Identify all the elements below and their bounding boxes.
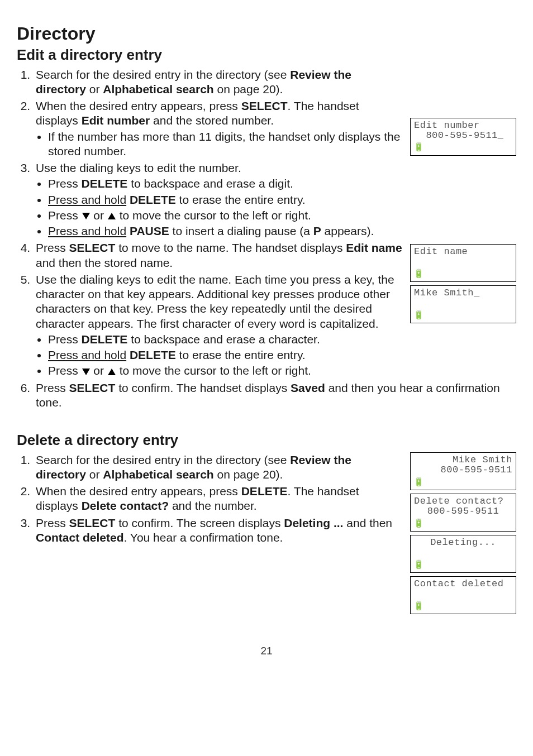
- battery-icon: 🔋: [413, 561, 425, 571]
- lcd-line-1: Mike Smith: [414, 455, 512, 465]
- page-number: 21: [17, 644, 516, 658]
- page-title: Directory: [17, 22, 516, 45]
- lcd-line-1: Edit number: [414, 121, 512, 131]
- step-3-sub-1: Press DELETE to backspace and erase a di…: [48, 176, 516, 191]
- lcd-line-1: Contact deleted: [414, 579, 512, 589]
- down-triangle-icon: [82, 369, 90, 375]
- battery-icon: 🔋: [413, 602, 425, 612]
- up-triangle-icon: [108, 369, 116, 375]
- lcd-mike-smith: Mike Smith_ 🔋: [410, 285, 516, 323]
- section-delete-heading: Delete a directory entry: [17, 431, 516, 449]
- lcd-edit-name: Edit name 🔋: [410, 244, 516, 282]
- step-5-sub-1: Press DELETE to backspace and erase a ch…: [48, 332, 516, 347]
- lcd-contact-deleted: Contact deleted 🔋: [410, 576, 516, 614]
- battery-icon: 🔋: [413, 312, 425, 321]
- lcd-line-2: [414, 257, 512, 267]
- step-3-sub-3: Press or to move the cursor to the left …: [48, 208, 516, 223]
- step-3-sub-2: Press and hold DELETE to erase the entir…: [48, 193, 516, 207]
- lcd-deleting: Deleting... 🔋: [410, 535, 516, 573]
- step-3: Use the dialing keys to edit the number.…: [34, 161, 516, 238]
- step-5-sub-3: Press or to move the cursor to the left …: [48, 363, 516, 378]
- battery-icon: 🔋: [413, 270, 425, 280]
- lcd-line-1: Mike Smith_: [414, 288, 512, 298]
- lcd-line-2: [414, 548, 512, 558]
- lcd-edit-number: Edit number 800-595-9511_ 🔋: [410, 118, 516, 156]
- lcd-delete-contact: Delete contact? 800-595-9511 🔋: [410, 494, 516, 532]
- lcd-contact: Mike Smith 800-595-9511 🔋: [410, 452, 516, 490]
- lcd-line-2: [414, 589, 512, 599]
- down-triangle-icon: [82, 213, 90, 219]
- lcd-line-2: [414, 298, 512, 308]
- lcd-line-2: 800-595-9511: [414, 506, 512, 516]
- lcd-line-1: Delete contact?: [414, 496, 512, 506]
- section-edit-heading: Edit a directory entry: [17, 46, 516, 64]
- step-6: Press SELECT to confirm. The handset dis…: [34, 381, 516, 410]
- battery-icon: 🔋: [413, 520, 425, 529]
- step-1: Search for the desired entry in the dire…: [34, 68, 516, 97]
- step-3-sub-4: Press and hold PAUSE to insert a dialing…: [48, 224, 516, 238]
- lcd-line-1: Deleting...: [414, 538, 512, 548]
- lcd-line-2: 800-595-9511_: [414, 131, 512, 141]
- lcd-line-2: 800-595-9511: [414, 465, 512, 475]
- battery-icon: 🔋: [413, 479, 425, 488]
- up-triangle-icon: [108, 213, 116, 219]
- lcd-line-1: Edit name: [414, 247, 512, 257]
- step-5-sub-2: Press and hold DELETE to erase the entir…: [48, 348, 516, 362]
- battery-icon: 🔋: [413, 143, 425, 153]
